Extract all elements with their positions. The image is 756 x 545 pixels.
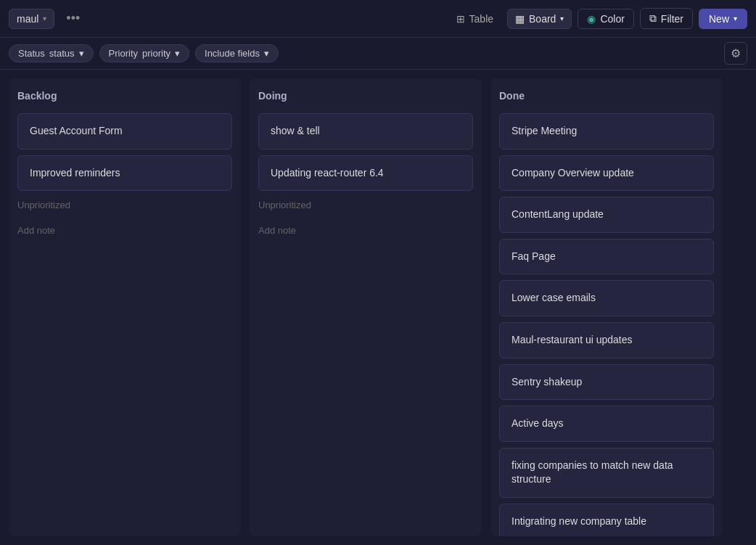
board-settings-button[interactable]: ⚙ [724, 42, 747, 65]
column-doing: Doingshow & tellUpdating react-router 6.… [250, 78, 482, 536]
priority-filter-label: Priority [109, 48, 138, 59]
priority-filter[interactable]: Priority priority ▾ [99, 44, 189, 62]
more-options-button[interactable]: ••• [60, 8, 86, 29]
board-view-button[interactable]: ▦ Board ▾ [507, 9, 572, 29]
status-filter-chevron-icon: ▾ [79, 48, 84, 59]
card-lower-case-emails[interactable]: Lower case emails [499, 280, 714, 316]
filter-button[interactable]: ⧉ Filter [640, 8, 693, 29]
card-maul-restaurant-ui-updates[interactable]: Maul-restaurant ui updates [499, 322, 714, 358]
card-show-tell[interactable]: show & tell [258, 113, 473, 149]
add-note-button-backlog[interactable]: Add note [17, 219, 232, 242]
filter-icon: ⧉ [649, 12, 657, 25]
card-contentlang-update[interactable]: ContentLang update [499, 197, 714, 233]
card-improved-reminders[interactable]: Improved reminders [17, 155, 232, 192]
status-filter-label: Status [18, 48, 45, 59]
color-icon: ◉ [587, 13, 596, 25]
status-filter-value: status [49, 48, 75, 59]
column-header-done: Done [499, 87, 714, 107]
new-button[interactable]: New ▾ [699, 9, 747, 29]
include-fields-filter[interactable]: Include fields ▾ [195, 44, 279, 62]
column-header-backlog: Backlog [17, 87, 232, 107]
board-container: BacklogGuest Account FormImproved remind… [0, 70, 756, 545]
workspace-label: maul [17, 13, 38, 25]
card-faq-page[interactable]: Faq Page [499, 239, 714, 275]
new-label: New [709, 13, 729, 25]
include-fields-label: Include fields [205, 48, 260, 59]
card-stripe-meeting[interactable]: Stripe Meeting [499, 113, 714, 149]
settings-icon: ⚙ [731, 47, 741, 60]
card-updating-react-router[interactable]: Updating react-router 6.4 [258, 155, 473, 192]
priority-filter-value: priority [142, 48, 170, 59]
card-guest-account-form[interactable]: Guest Account Form [17, 113, 232, 149]
more-icon: ••• [66, 11, 80, 25]
workspace-chevron-icon: ▾ [43, 15, 46, 22]
board-icon: ▦ [515, 13, 525, 25]
card-active-days[interactable]: Active days [499, 406, 714, 442]
card-fixing-companies[interactable]: fixing companies to match new data struc… [499, 448, 714, 498]
unprioritized-label-backlog: Unprioritized [17, 197, 232, 213]
column-header-doing: Doing [258, 87, 473, 107]
column-backlog: BacklogGuest Account FormImproved remind… [9, 78, 241, 536]
add-note-button-doing[interactable]: Add note [258, 219, 473, 242]
color-button[interactable]: ◉ Color [578, 9, 633, 29]
card-sentry-shakeup[interactable]: Sentry shakeup [499, 364, 714, 401]
board-label: Board [529, 13, 556, 25]
toolbar: maul ▾ ••• ⊞ Table ▦ Board ▾ ◉ Color ⧉ F… [0, 0, 756, 38]
table-icon: ⊞ [456, 13, 465, 25]
table-view-button[interactable]: ⊞ Table [448, 9, 501, 29]
card-company-overview-update[interactable]: Company Overview update [499, 155, 714, 192]
new-chevron-icon: ▾ [734, 15, 737, 22]
board-chevron-icon: ▾ [560, 15, 564, 22]
status-filter[interactable]: Status status ▾ [9, 44, 94, 62]
table-label: Table [469, 13, 493, 25]
column-done: DoneStripe MeetingCompany Overview updat… [490, 78, 723, 536]
card-integrating-new-company-table[interactable]: Intigrating new company table [499, 504, 714, 536]
include-fields-chevron-icon: ▾ [264, 48, 269, 59]
workspace-selector[interactable]: maul ▾ [9, 9, 54, 29]
priority-filter-chevron-icon: ▾ [175, 48, 180, 59]
color-label: Color [600, 13, 624, 25]
filter-label: Filter [661, 13, 683, 25]
filter-bar: Status status ▾ Priority priority ▾ Incl… [0, 38, 756, 70]
unprioritized-label-doing: Unprioritized [258, 197, 473, 213]
